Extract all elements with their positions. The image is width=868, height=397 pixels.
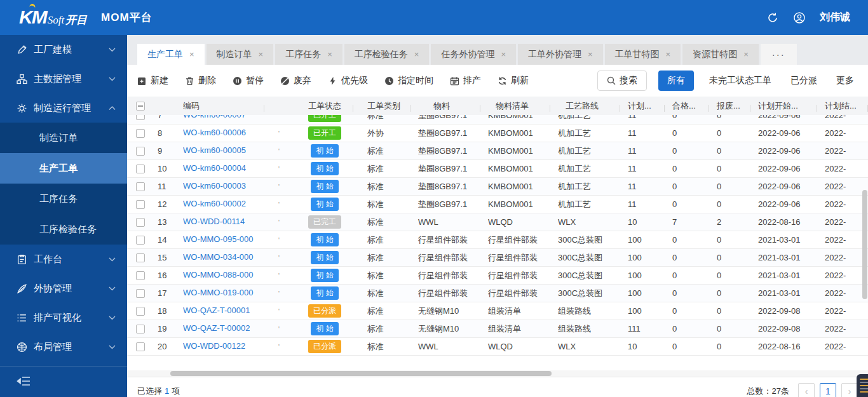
- sidebar-subitem-operation-tasks[interactable]: 工序任务: [0, 184, 127, 214]
- workorder-code-link[interactable]: WO-WDD-00114: [183, 217, 245, 226]
- table-row[interactable]: 17 WO-MMO-019-000 ' 初 始 标准 行星组件部装 行星组件部装…: [127, 285, 868, 302]
- tab[interactable]: 工序检验任务 ×: [344, 44, 430, 65]
- tab[interactable]: 生产工单 ×: [137, 44, 205, 65]
- header-qualified-qty[interactable]: 合格...: [665, 100, 709, 112]
- horizontal-scrollbar[interactable]: [170, 371, 552, 376]
- user-avatar-icon[interactable]: [793, 11, 806, 24]
- tab-close-icon[interactable]: ×: [501, 50, 506, 59]
- table-row[interactable]: 10 WO-km60-00004 ' 初 始 标准 垫圈8GB97.1 KMBO…: [127, 160, 868, 178]
- header-plan-end[interactable]: 计划结...: [817, 100, 868, 112]
- row-checkbox[interactable]: [136, 147, 145, 156]
- filter-all[interactable]: 所有: [658, 71, 694, 91]
- tab-close-icon[interactable]: ×: [189, 50, 194, 59]
- row-checkbox[interactable]: [136, 182, 145, 191]
- header-status[interactable]: 工单状态: [296, 100, 353, 112]
- row-checkbox[interactable]: [136, 271, 145, 280]
- sidebar-subitem-production-workorders[interactable]: 生产工单: [0, 153, 127, 184]
- workorder-code-link[interactable]: WO-MMO-019-000: [183, 288, 254, 297]
- tab[interactable]: 资源甘特图 ×: [682, 44, 759, 65]
- row-checkbox[interactable]: [136, 236, 145, 245]
- workorder-code-link[interactable]: WO-km60-00006: [183, 128, 246, 137]
- tab[interactable]: 工序任务 ×: [275, 44, 342, 65]
- refresh-icon[interactable]: [766, 11, 779, 24]
- row-checkbox[interactable]: [136, 342, 145, 351]
- tab[interactable]: 工单甘特图 ×: [605, 44, 681, 65]
- header-bom[interactable]: 物料清单: [480, 100, 550, 112]
- table-row[interactable]: 8 WO-km60-00006 ' 已开工 外协 垫圈8GB97.1 KMBOM…: [127, 124, 868, 142]
- table-row[interactable]: 20 WO-WDD-00122 ' 已分派 标准 WWL WLQD WLX 10…: [127, 338, 868, 356]
- row-checkbox[interactable]: [136, 218, 145, 227]
- workorder-code-link[interactable]: WO-km60-00003: [183, 181, 246, 191]
- pause-button[interactable]: 暂停: [233, 75, 264, 86]
- delete-button[interactable]: 删除: [185, 75, 216, 86]
- table-row[interactable]: 16 WO-MMO-088-000 ' 初 始 标准 行星组件部装 行星组件部装…: [127, 267, 868, 285]
- filter-unfinished[interactable]: 未完工状态工单: [705, 71, 775, 91]
- table-row[interactable]: 7 WO-km60-00007 ' 已开工 标准 垫圈8GB97.1 KMBOM…: [127, 115, 868, 124]
- workorder-code-link[interactable]: WO-km60-00002: [183, 199, 246, 208]
- row-checkbox[interactable]: [136, 253, 145, 262]
- workorder-code-link[interactable]: WO-QAZ-T-00002: [183, 323, 250, 333]
- priority-button[interactable]: 优先级: [328, 75, 368, 86]
- row-checkbox[interactable]: [136, 115, 145, 120]
- tab[interactable]: 制造订单 ×: [207, 44, 274, 65]
- header-route[interactable]: 工艺路线: [550, 100, 620, 112]
- prev-page-button[interactable]: ‹: [798, 383, 815, 397]
- header-plan-start[interactable]: 计划开始...: [750, 100, 817, 112]
- header-type[interactable]: 工单类别: [353, 100, 410, 112]
- workorder-code-link[interactable]: WO-km60-00007: [183, 115, 246, 119]
- table-row[interactable]: 19 WO-QAZ-T-00002 ' 初 始 标准 无缝钢M10 组装清单 组…: [127, 320, 868, 338]
- table-row[interactable]: 13 WO-WDD-00114 ' 已完工 标准 WWL WLQD WLX 10…: [127, 213, 868, 231]
- tab-close-icon[interactable]: ×: [588, 50, 593, 59]
- workorder-code-link[interactable]: WO-MMO-088-000: [183, 270, 254, 279]
- refresh-list-button[interactable]: 刷新: [498, 75, 529, 86]
- tab-close-icon[interactable]: ×: [414, 50, 419, 59]
- table-row[interactable]: 11 WO-km60-00003 ' 初 始 标准 垫圈8GB97.1 KMBO…: [127, 178, 868, 196]
- vertical-scrollbar[interactable]: [862, 190, 867, 299]
- row-checkbox[interactable]: [136, 129, 145, 138]
- schedule-button[interactable]: 排产: [450, 75, 481, 86]
- filter-dispatched[interactable]: 已分派: [787, 71, 821, 91]
- row-checkbox[interactable]: [136, 289, 145, 298]
- table-row[interactable]: 18 WO-QAZ-T-00001 ' 已分派 标准 无缝钢M10 组装清单 组…: [127, 302, 868, 320]
- discard-button[interactable]: 废弃: [280, 75, 311, 86]
- row-checkbox[interactable]: [136, 165, 145, 173]
- tab-close-icon[interactable]: ×: [666, 50, 671, 59]
- user-name[interactable]: 刘伟诚: [820, 11, 850, 24]
- workorder-code-link[interactable]: WO-km60-00004: [183, 163, 246, 173]
- sidebar-item-layout-management[interactable]: 布局管理: [0, 332, 127, 361]
- next-page-button[interactable]: ›: [841, 383, 858, 397]
- tab-overflow-button[interactable]: ···: [761, 44, 797, 65]
- sidebar-item-master-data[interactable]: 主数据管理: [0, 64, 127, 93]
- workorder-code-link[interactable]: WO-QAZ-T-00001: [183, 306, 250, 315]
- header-code[interactable]: 编码: [175, 100, 264, 112]
- row-checkbox[interactable]: [136, 200, 145, 209]
- filter-more[interactable]: 更多: [832, 71, 858, 91]
- workorder-code-link[interactable]: WO-MMO-034-000: [183, 252, 254, 262]
- tab[interactable]: 任务外协管理 ×: [431, 44, 516, 65]
- set-time-button[interactable]: 指定时间: [384, 75, 433, 86]
- tab-close-icon[interactable]: ×: [743, 50, 749, 59]
- new-button[interactable]: 新建: [137, 75, 168, 86]
- sidebar-item-scheduling-visualization[interactable]: 排产可视化: [0, 303, 127, 332]
- table-row[interactable]: 12 WO-km60-00002 ' 初 始 标准 垫圈8GB97.1 KMBO…: [127, 196, 868, 213]
- sidebar-item-manufacturing-ops[interactable]: 制造运行管理: [0, 93, 127, 123]
- collapse-sidebar-icon[interactable]: [17, 375, 31, 387]
- header-scrap-qty[interactable]: 报废...: [709, 100, 750, 112]
- sidebar-item-factory-modeling[interactable]: 工厂建模: [0, 35, 127, 64]
- tab[interactable]: 工单外协管理 ×: [518, 44, 603, 65]
- table-row[interactable]: 15 WO-MMO-034-000 ' 初 始 标准 行星组件部装 行星组件部装…: [127, 249, 868, 267]
- sidebar-subitem-inspection-tasks[interactable]: 工序检验任务: [0, 214, 127, 245]
- header-material[interactable]: 物料: [410, 100, 480, 112]
- sidebar-item-workbench[interactable]: 工作台: [0, 245, 127, 274]
- tab-close-icon[interactable]: ×: [259, 50, 264, 59]
- sidebar-item-outsourcing[interactable]: 外协管理: [0, 274, 127, 303]
- workorder-code-link[interactable]: WO-WDD-00122: [183, 341, 245, 351]
- floating-helper-widget[interactable]: [857, 374, 868, 397]
- table-row[interactable]: 9 WO-km60-00005 ' 初 始 标准 垫圈8GB97.1 KMBOM…: [127, 142, 868, 160]
- workorder-code-link[interactable]: WO-MMO-095-000: [183, 234, 254, 244]
- tab-close-icon[interactable]: ×: [327, 50, 332, 59]
- select-all-checkbox[interactable]: [136, 102, 145, 111]
- table-row[interactable]: 14 WO-MMO-095-000 ' 初 始 标准 行星组件部装 行星组件部装…: [127, 231, 868, 249]
- search-button[interactable]: 搜索: [597, 71, 647, 91]
- row-checkbox[interactable]: [136, 307, 145, 316]
